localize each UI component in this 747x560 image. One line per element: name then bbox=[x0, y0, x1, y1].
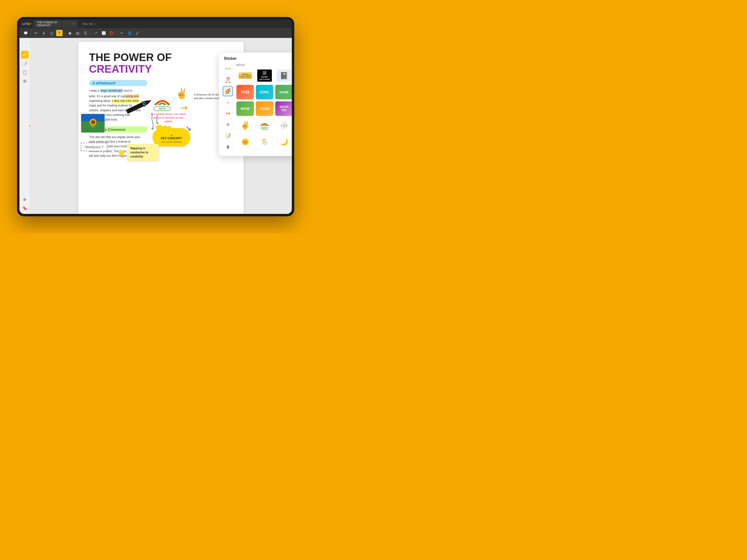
highlight-icon[interactable]: 🖊 bbox=[134, 30, 140, 36]
sidebar-book-icon[interactable]: 📄 bbox=[21, 40, 29, 48]
sticker-grid: MUCH BETTER 🎬 BEHINDTHE SCENES bbox=[236, 68, 292, 149]
bulb-icon: 💡 bbox=[157, 132, 186, 136]
sticker-cat-plane[interactable]: ✈ bbox=[223, 119, 233, 130]
sticker-cat-circle[interactable]: ○ bbox=[223, 97, 233, 107]
updf-logo: UPDF bbox=[22, 22, 32, 26]
hand-drawn-lines bbox=[145, 112, 160, 132]
sticker-panel: Sticker UPDF 🎅 bbox=[219, 53, 292, 156]
sticker-cat-hat[interactable]: 🎅 bbox=[223, 75, 233, 85]
headspace-box: Headspace ? bbox=[81, 143, 107, 151]
new-tab[interactable]: New Tab ＋ bbox=[79, 21, 100, 27]
sticker-done[interactable]: DONE bbox=[275, 85, 292, 100]
sticker-panel-title: Sticker bbox=[223, 56, 292, 61]
sticker-rain-cloud[interactable]: 🌦️ bbox=[256, 134, 273, 149]
toolbar: 💬 ✏ S̶ U̲ T ▣ ▤ ☰ ↗ ⬜ ⭕ ✂ 👤 🖊 bbox=[20, 28, 292, 38]
sticker-good-try[interactable]: GOODTRY bbox=[275, 101, 292, 116]
sticker-yeah[interactable]: YEAH bbox=[256, 101, 273, 116]
sticker-behind-scenes[interactable]: 🎬 BEHINDTHE SCENES bbox=[256, 68, 273, 83]
arrow-tool-icon[interactable]: ↗ bbox=[93, 30, 99, 36]
sticker-hola[interactable]: Hola bbox=[236, 85, 254, 100]
sticker-cat-updf[interactable]: UPDF bbox=[223, 64, 233, 74]
comment-icon[interactable]: 💬 bbox=[22, 30, 29, 36]
sticker-notepad[interactable]: 📓 bbox=[275, 68, 292, 83]
list-icon[interactable]: ☰ bbox=[82, 30, 88, 36]
active-tab-label: THE POWER OF CREATIVIT bbox=[37, 21, 71, 27]
add-tab-icon: ＋ bbox=[94, 22, 97, 26]
sidebar-highlight-icon[interactable]: 🖊 bbox=[21, 51, 29, 59]
tablet-frame: UPDF THE POWER OF CREATIVIT ✎ New Tab ＋ … bbox=[17, 17, 294, 216]
key-concept-title: KEY CONCEPT bbox=[157, 137, 186, 140]
sticker-sun-face[interactable]: 🌞 bbox=[236, 134, 254, 149]
lasso-icon[interactable]: ⭕ bbox=[108, 30, 114, 36]
rainbow-svg bbox=[154, 95, 171, 106]
section1-text: I keep a large whiteboard next to bbox=[89, 88, 147, 93]
nice-label: NICE bbox=[154, 106, 171, 111]
sticker-peace-hand[interactable]: ✌️ bbox=[236, 118, 254, 132]
tablet-screen: UPDF THE POWER OF CREATIVIT ✎ New Tab ＋ … bbox=[20, 20, 292, 214]
shape-icon[interactable]: ⬜ bbox=[100, 30, 107, 36]
sticker-cat-note[interactable]: 📝 bbox=[223, 131, 233, 141]
sticker-much-better[interactable]: MUCH BETTER bbox=[236, 68, 254, 83]
sidebar-bottom: ⊕ 🔖 bbox=[21, 195, 29, 212]
highlight-large-whiteboard: large whiteboard bbox=[100, 89, 123, 92]
strikethrough-icon[interactable]: S̶ bbox=[41, 30, 47, 36]
highlight-also-use: I also use it for mind bbox=[112, 99, 139, 103]
active-tab[interactable]: THE POWER OF CREATIVIT ✎ bbox=[34, 20, 78, 28]
napping-note: Napping is conducive to creativity bbox=[127, 144, 158, 161]
sidebar-bookmark-icon[interactable]: 🔖 bbox=[21, 204, 29, 212]
sticker-categories: UPDF 🎅 🌈 ○ ↪ ✈ bbox=[223, 64, 234, 152]
sticker-cat-9[interactable]: 9 bbox=[223, 142, 233, 152]
sidebar-layers-icon[interactable]: ⊞ bbox=[21, 77, 29, 85]
sticker-panel-inner: UPDF 🎅 🌈 ○ ↪ ✈ bbox=[223, 64, 292, 152]
text-box-icon[interactable]: ▣ bbox=[67, 30, 73, 36]
sticker-nice-rainbow[interactable]: NICE bbox=[256, 118, 273, 132]
sticker-wow[interactable]: WOW bbox=[236, 101, 254, 116]
sticker-cat-arrow[interactable]: ↪ bbox=[223, 108, 233, 118]
sunflower-image: 🌻 bbox=[81, 113, 105, 133]
crop-icon[interactable]: ✂ bbox=[119, 30, 125, 36]
doc-title-main: THE POWER OF bbox=[89, 52, 233, 63]
section1-tag: A whiteboard bbox=[89, 80, 147, 86]
showcase-text: A showcase site for design and other cre… bbox=[194, 93, 223, 100]
peace-sticker: ✌️ bbox=[176, 88, 188, 100]
nice-sticker: NICE bbox=[154, 95, 171, 111]
toolbar-divider-4 bbox=[117, 31, 117, 35]
sticker-cat-rainbow[interactable]: 🌈 bbox=[223, 86, 233, 96]
left-sidebar: 📄 🖊 📝 📋 ⊞ ⊕ 🔖 bbox=[20, 38, 30, 214]
title-bar: UPDF THE POWER OF CREATIVIT ✎ New Tab ＋ bbox=[20, 20, 292, 28]
sticker-grid-area: MOOD MUCH BETTER bbox=[236, 64, 292, 152]
new-tab-label: New Tab bbox=[82, 22, 93, 25]
sidebar-layers2-icon[interactable]: ⊕ bbox=[21, 195, 29, 203]
sidebar-copy-icon[interactable]: 📋 bbox=[21, 68, 29, 76]
sticker-section-label: MOOD bbox=[236, 64, 292, 66]
text-t-icon[interactable]: T bbox=[56, 30, 62, 36]
star-element: ⭐ bbox=[117, 149, 126, 157]
toolbar-divider-3 bbox=[91, 31, 91, 35]
underline-icon[interactable]: U̲ bbox=[48, 30, 55, 36]
headspace-label: Headspace ? bbox=[85, 145, 103, 149]
doc-title-creativity: CREATIVITY bbox=[89, 63, 233, 75]
text-cols-icon[interactable]: ▤ bbox=[74, 30, 81, 36]
key-concept-sub: This can be anything bbox=[157, 141, 186, 143]
arrow-sticker: ↗ bbox=[178, 101, 190, 114]
sticker-moon[interactable]: 🌙 bbox=[275, 134, 292, 149]
edit-icon: ✎ bbox=[73, 23, 75, 25]
user-icon[interactable]: 👤 bbox=[126, 30, 133, 36]
document-area: THE POWER OF CREATIVITY A whiteboard I k… bbox=[30, 38, 292, 214]
sidebar-editnote-icon[interactable]: 📝 bbox=[21, 59, 29, 67]
sunflower-inner: 🌻 bbox=[81, 114, 105, 132]
curly-lines-svg bbox=[145, 112, 160, 132]
pencil-icon[interactable]: ✏ bbox=[33, 30, 39, 36]
sticker-thunder-cloud[interactable]: ⛈️ bbox=[275, 118, 292, 132]
toolbar-divider-2 bbox=[65, 31, 65, 35]
sticker-cool[interactable]: COOL bbox=[256, 85, 273, 100]
main-area: 📄 🖊 📝 📋 ⊞ ⊕ 🔖 THE POWER OF CREATIVITY bbox=[20, 38, 292, 214]
